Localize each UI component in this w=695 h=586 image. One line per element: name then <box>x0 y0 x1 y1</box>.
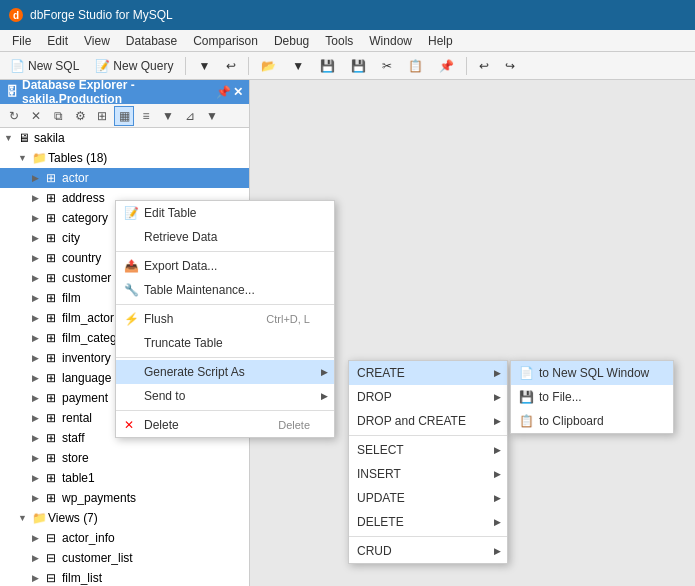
submenu-create: 📄 to New SQL Window 💾 to File... 📋 to Cl… <box>510 360 674 434</box>
menu-edit[interactable]: Edit <box>39 32 76 50</box>
ctx-drop-and-create[interactable]: DROP and CREATE <box>349 409 507 433</box>
toolbar-copy-button[interactable]: 📋 <box>402 57 429 75</box>
db-filter2-button[interactable]: ⊿ <box>180 106 200 126</box>
tree-item-customer-list[interactable]: ▶ ⊟ customer_list <box>0 548 249 568</box>
table-icon-film-actor: ⊞ <box>46 311 62 325</box>
db-filter-button[interactable]: ⊞ <box>92 106 112 126</box>
ctx-export-data[interactable]: 📤 Export Data... <box>116 254 334 278</box>
new-sql-button[interactable]: 📄 New SQL <box>4 57 85 75</box>
db-grid-button[interactable]: ▦ <box>114 106 134 126</box>
ctx-to-new-sql-window[interactable]: 📄 to New SQL Window <box>511 361 673 385</box>
db-remove-button[interactable]: ✕ <box>26 106 46 126</box>
toolbar-undo-button[interactable]: ↩ <box>473 57 495 75</box>
tree-item-views[interactable]: ▼ 📁 Views (7) <box>0 508 249 528</box>
new-query-button[interactable]: 📝 New Query <box>89 57 179 75</box>
tree-item-sakila[interactable]: ▼ 🖥 sakila <box>0 128 249 148</box>
toolbar-btn-4[interactable]: 💾 <box>345 57 372 75</box>
toolbar-dropdown-icon: ▼ <box>198 59 210 73</box>
menu-help[interactable]: Help <box>420 32 461 50</box>
table-icon-customer: ⊞ <box>46 271 62 285</box>
tree-item-tables[interactable]: ▼ 📁 Tables (18) <box>0 148 249 168</box>
expand-icon-country: ▶ <box>32 253 46 263</box>
table-icon-language: ⊞ <box>46 371 62 385</box>
toolbar-redo-button[interactable]: ↪ <box>499 57 521 75</box>
db-explorer-close-icon[interactable]: ✕ <box>233 85 243 99</box>
toolbar-btn-5[interactable]: ✂ <box>376 57 398 75</box>
new-sql-icon: 📄 <box>10 59 25 73</box>
ctx-drop[interactable]: DROP <box>349 385 507 409</box>
ctx-delete-sql[interactable]: DELETE <box>349 510 507 534</box>
ctx-send-to[interactable]: Send to <box>116 384 334 408</box>
menu-database[interactable]: Database <box>118 32 185 50</box>
tree-item-wp-payments[interactable]: ▶ ⊞ wp_payments <box>0 488 249 508</box>
ctx-separator-2 <box>116 304 334 305</box>
db-explorer-pin-icon[interactable]: 📌 <box>216 85 231 99</box>
tree-label-actor: actor <box>62 171 249 185</box>
folder-icon-tables: 📁 <box>32 151 48 165</box>
ctx-delete[interactable]: ✕ Delete Delete <box>116 413 334 437</box>
menu-bar: File Edit View Database Comparison Debug… <box>0 30 695 52</box>
db-more-button[interactable]: ▼ <box>158 106 178 126</box>
menu-window[interactable]: Window <box>361 32 420 50</box>
ctx-create[interactable]: CREATE <box>349 361 507 385</box>
submenu-script-as: CREATE DROP DROP and CREATE SELECT INSER… <box>348 360 508 564</box>
toolbar-btn-2[interactable]: ↩ <box>220 57 242 75</box>
table-icon-table1: ⊞ <box>46 471 62 485</box>
redo-icon: ↪ <box>505 59 515 73</box>
ctx-table-maintenance[interactable]: 🔧 Table Maintenance... <box>116 278 334 302</box>
ctx-truncate-table[interactable]: Truncate Table <box>116 331 334 355</box>
ctx-generate-script[interactable]: Generate Script As <box>116 360 334 384</box>
db-sort-button[interactable]: ≡ <box>136 106 156 126</box>
expand-icon-film-list: ▶ <box>32 573 46 583</box>
menu-comparison[interactable]: Comparison <box>185 32 266 50</box>
to-file-icon: 💾 <box>519 390 539 404</box>
tree-item-table1[interactable]: ▶ ⊞ table1 <box>0 468 249 488</box>
expand-icon-tables: ▼ <box>18 153 32 163</box>
ctx-separator-1 <box>116 251 334 252</box>
ctx-retrieve-data[interactable]: Retrieve Data <box>116 225 334 249</box>
ctx-edit-table-label: Edit Table <box>144 206 310 220</box>
table-icon-store: ⊞ <box>46 451 62 465</box>
ctx-edit-table[interactable]: 📝 Edit Table <box>116 201 334 225</box>
toolbar-open-button[interactable]: 📂 <box>255 57 282 75</box>
toolbar-btn-3[interactable]: ▼ <box>286 57 310 75</box>
ctx-to-clipboard[interactable]: 📋 to Clipboard <box>511 409 673 433</box>
expand-icon-category: ▶ <box>32 213 46 223</box>
toolbar-btn-1[interactable]: ▼ <box>192 57 216 75</box>
db-copy-button[interactable]: ⧉ <box>48 106 68 126</box>
ctx-update[interactable]: UPDATE <box>349 486 507 510</box>
db-refresh-button[interactable]: ↻ <box>4 106 24 126</box>
ctx-crud[interactable]: CRUD <box>349 539 507 563</box>
app-title: dbForge Studio for MySQL <box>30 8 173 22</box>
delete-icon: ✕ <box>124 418 144 432</box>
undo-icon: ↩ <box>479 59 489 73</box>
ctx-to-file[interactable]: 💾 to File... <box>511 385 673 409</box>
export-data-icon: 📤 <box>124 259 144 273</box>
tree-item-actor[interactable]: ▶ ⊞ actor <box>0 168 249 188</box>
toolbar-paste-button[interactable]: 📌 <box>433 57 460 75</box>
ctx-create-label: CREATE <box>357 366 483 380</box>
toolbar-separator-1 <box>185 57 186 75</box>
menu-tools[interactable]: Tools <box>317 32 361 50</box>
ctx-insert[interactable]: INSERT <box>349 462 507 486</box>
tree-item-film-list[interactable]: ▶ ⊟ film_list <box>0 568 249 586</box>
expand-icon-inventory: ▶ <box>32 353 46 363</box>
menu-file[interactable]: File <box>4 32 39 50</box>
folder-icon-views: 📁 <box>32 511 48 525</box>
tree-label-tables: Tables (18) <box>48 151 249 165</box>
ctx-separator-3 <box>116 357 334 358</box>
expand-icon-wp-payments: ▶ <box>32 493 46 503</box>
menu-debug[interactable]: Debug <box>266 32 317 50</box>
db-dropdown-button[interactable]: ▼ <box>202 106 222 126</box>
ctx-separator-4 <box>116 410 334 411</box>
tree-item-actor-info[interactable]: ▶ ⊟ actor_info <box>0 528 249 548</box>
db-props-button[interactable]: ⚙ <box>70 106 90 126</box>
expand-icon-views: ▼ <box>18 513 32 523</box>
ctx-select[interactable]: SELECT <box>349 438 507 462</box>
toolbar-save-button[interactable]: 💾 <box>314 57 341 75</box>
tree-item-store[interactable]: ▶ ⊞ store <box>0 448 249 468</box>
menu-view[interactable]: View <box>76 32 118 50</box>
expand-icon-payment: ▶ <box>32 393 46 403</box>
ctx-flush[interactable]: ⚡ Flush Ctrl+D, L <box>116 307 334 331</box>
expand-icon-film-category: ▶ <box>32 333 46 343</box>
